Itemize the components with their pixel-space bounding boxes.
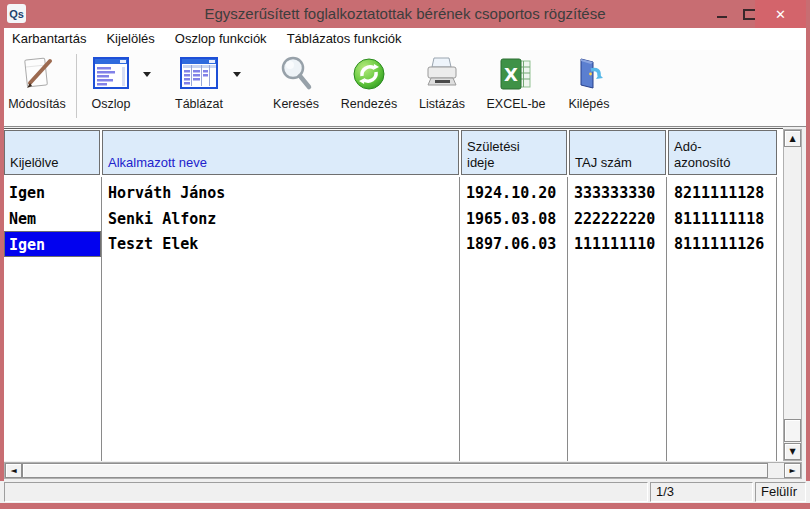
rendezes-button[interactable]: Rendezés [339, 52, 399, 124]
toolbar-button-label: Oszlop [92, 97, 131, 111]
grid: Kijelölve Alkalmazott neve Születési ide… [0, 128, 810, 461]
table-cell[interactable]: Senki Alfonz [103, 206, 459, 232]
chevron-down-icon [233, 72, 241, 77]
table-cell[interactable]: 111111110 [569, 231, 667, 257]
table-cell[interactable]: 8111111118 [669, 206, 777, 232]
scroll-up-button[interactable]: ▲ [784, 130, 801, 147]
title-bar: Qs Egyszerűsített foglalkoztatottak béré… [0, 0, 810, 28]
table-cell[interactable]: Nem [4, 206, 101, 232]
menu-oszlop-funkciok[interactable]: Oszlop funkciók [165, 28, 277, 50]
exit-door-icon [569, 52, 609, 96]
close-icon: ✕ [775, 7, 786, 22]
record-indicator: 1/3 [650, 482, 753, 502]
table-cell[interactable]: Horváth János [103, 180, 459, 206]
table-cell[interactable]: Igen [4, 180, 101, 206]
chevron-down-icon [143, 72, 151, 77]
kilepes-button[interactable]: Kilépés [561, 52, 617, 124]
excel-be-button[interactable]: X EXCEL-be [485, 52, 547, 124]
application-window: Qs Egyszerűsített foglalkoztatottak béré… [0, 0, 810, 509]
table-cell[interactable]: 8211111128 [669, 180, 777, 206]
menu-karbantartas[interactable]: Karbantartás [4, 28, 96, 50]
toolbar-button-label: Táblázat [175, 97, 223, 111]
table-cell[interactable]: Teszt Elek [103, 231, 459, 257]
kereses-button[interactable]: Keresés [267, 52, 325, 124]
close-button[interactable]: ✕ [755, 0, 806, 28]
green-sort-arrows-icon [350, 52, 388, 96]
scroll-right-button[interactable]: ► [784, 463, 801, 478]
horizontal-scroll-thumb[interactable] [22, 463, 768, 478]
menu-kijeloles[interactable]: Kijelölés [96, 28, 164, 50]
column-divider [567, 177, 568, 461]
edit-pencil-icon [17, 52, 57, 96]
table-cell[interactable]: Igen [4, 231, 101, 257]
tablazat-button[interactable]: Táblázat [169, 52, 229, 124]
toolbar-button-label: Listázás [419, 97, 465, 111]
table-cell[interactable]: 333333330 [569, 180, 667, 206]
excel-icon: X [497, 52, 535, 96]
toolbar-button-label: Módosítás [8, 97, 66, 111]
modositas-button[interactable]: Módosítás [4, 52, 70, 124]
header-alkalmazott-neve[interactable]: Alkalmazott neve [102, 130, 459, 175]
toolbar-button-label: Rendezés [341, 97, 397, 111]
toolbar-button-label: EXCEL-be [486, 97, 545, 111]
window-title: Egyszerűsített foglalkoztatottak bérének… [0, 0, 810, 28]
listazas-button[interactable]: Listázás [413, 52, 471, 124]
toolbar-separator [76, 54, 77, 118]
toolbar-button-label: Kilépés [569, 97, 610, 111]
oszlop-dropdown-arrow[interactable] [139, 52, 155, 96]
column-divider [459, 177, 460, 461]
toolbar-button-label: Keresés [273, 97, 319, 111]
magnifier-icon [276, 52, 316, 96]
tablazat-dropdown-arrow[interactable] [229, 52, 245, 96]
table-cell[interactable]: 8111111126 [669, 231, 777, 257]
column-divider [101, 177, 102, 461]
menu-tablazatos-funkciok[interactable]: Táblázatos funkciók [277, 28, 412, 50]
scroll-left-button[interactable]: ◄ [5, 463, 22, 478]
table-cell[interactable]: 222222220 [569, 206, 667, 232]
toolbar: Módosítás Oszlop [4, 50, 806, 127]
oszlop-button[interactable]: Oszlop [83, 52, 139, 124]
status-panel-empty [4, 482, 648, 502]
table-cell[interactable]: 1965.03.08 [461, 206, 567, 232]
column-window-icon [91, 52, 131, 96]
table-cell[interactable]: 1924.10.20 [461, 180, 567, 206]
table-cell[interactable]: 1897.06.03 [461, 231, 567, 257]
minimize-button[interactable] [708, 0, 736, 28]
vertical-scroll-thumb[interactable] [784, 419, 801, 442]
table-window-icon [178, 52, 220, 96]
header-taj-szam[interactable]: TAJ szám [569, 130, 666, 175]
header-kijelolve[interactable]: Kijelölve [4, 130, 100, 175]
status-bar: 1/3 Felülír [0, 481, 810, 503]
header-ado-azonosito[interactable]: Adó- azonosító [668, 130, 777, 175]
svg-text:X: X [504, 64, 518, 85]
printer-icon [422, 52, 462, 96]
menu-bar: Karbantartás Kijelölés Oszlop funkciók T… [4, 28, 806, 50]
overwrite-mode-indicator: Felülír [755, 482, 806, 502]
vertical-scrollbar[interactable]: ▲ ▼ [783, 129, 802, 461]
horizontal-scrollbar[interactable]: ◄ ► [4, 462, 802, 479]
header-szuletesi-ideje[interactable]: Születési ideje [461, 130, 567, 175]
minimize-icon [717, 16, 727, 18]
scroll-down-button[interactable]: ▼ [784, 443, 801, 460]
